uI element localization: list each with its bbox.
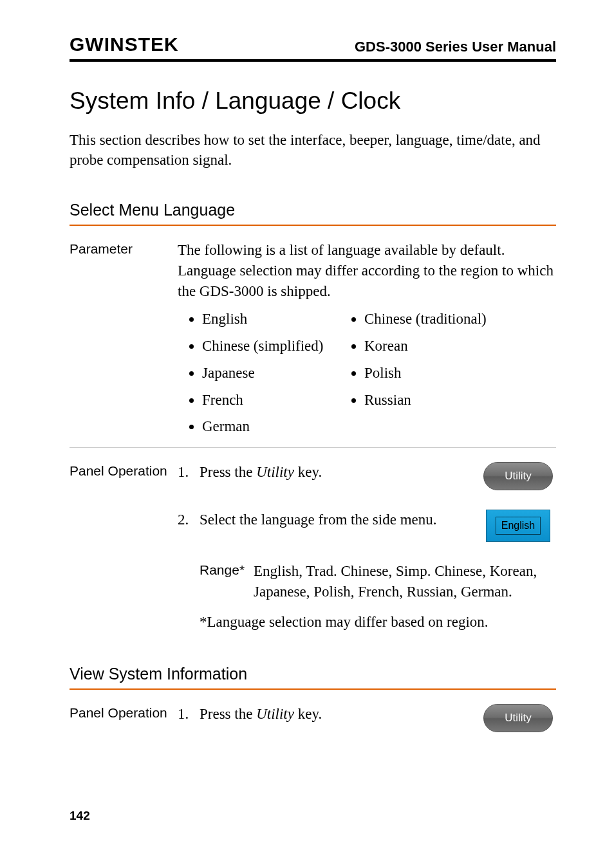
panel-operation-label: Panel Operation [70,462,178,665]
subsection-heading-language: Select Menu Language [70,201,556,226]
range-footnote: *Language selection may differ based on … [178,612,556,633]
parameter-label: Parameter [70,240,178,443]
language-list: English Chinese (simplified) Japanese Fr… [178,309,556,443]
step-text: Press the Utility key. [200,704,480,724]
step-text-part: key. [294,706,322,722]
utility-button[interactable]: Utility [483,704,553,732]
step-text-italic: Utility [256,706,294,722]
step-text: Select the language from the side menu. [200,510,480,530]
step-number: 1. [178,462,200,483]
list-item: German [202,416,340,437]
brand-logo: GWINSTEK [70,33,179,55]
step-text: Press the Utility key. [200,462,480,482]
list-item: Korean [364,336,556,356]
step-text-italic: Utility [256,464,294,480]
range-label: Range* [178,561,254,602]
step-text-part: Press the [200,464,256,480]
logo-text: GWINSTEK [70,33,179,55]
list-item: Polish [364,363,556,383]
list-item: Japanese [202,363,340,383]
parameter-text: The following is a list of language avai… [178,240,556,301]
list-item: English [202,309,340,329]
step-number: 1. [178,704,200,725]
utility-button[interactable]: Utility [483,462,553,490]
manual-title: GDS-3000 Series User Manual [355,39,556,55]
step-text-part: Press the [200,706,256,722]
list-item: Russian [364,390,556,411]
range-text: English, Trad. Chinese, Simp. Chinese, K… [254,561,556,602]
list-item: French [202,390,340,411]
list-item: Chinese (traditional) [364,309,556,329]
page-number: 142 [70,809,90,823]
page-header: GWINSTEK GDS-3000 Series User Manual [70,33,556,62]
list-item: Chinese (simplified) [202,336,340,356]
section-intro: This section describes how to set the in… [70,130,556,170]
english-menu-key[interactable]: English [486,510,550,542]
step-number: 2. [178,510,200,530]
english-menu-key-label: English [496,517,541,535]
panel-operation-label: Panel Operation [70,704,178,752]
subsection-heading-sysinfo: View System Information [70,665,556,690]
section-title: System Info / Language / Clock [70,88,556,115]
step-text-part: key. [294,464,322,480]
